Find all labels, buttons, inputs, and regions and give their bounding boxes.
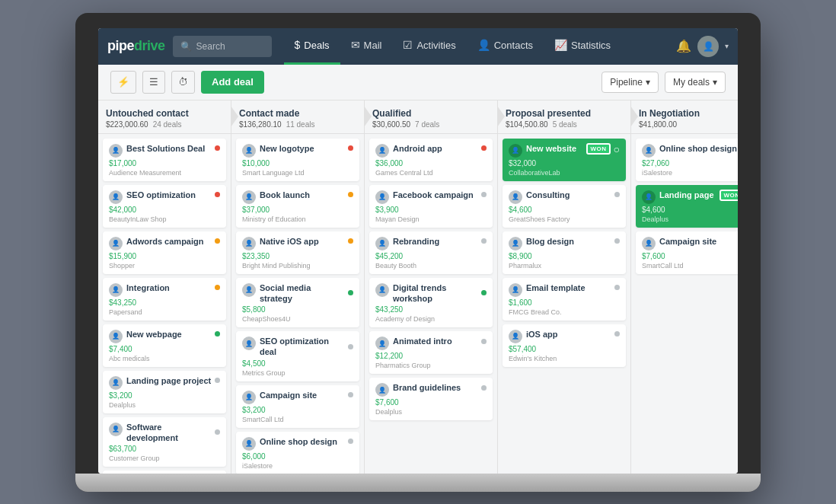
column-in-negotiation-body: 👤Online shop design $27,060 iSalestore 👤… bbox=[631, 134, 738, 474]
table-row[interactable]: 👤Email template $1,600 FMCG Bread Co. bbox=[503, 278, 626, 321]
avatar: 👤 bbox=[375, 144, 389, 158]
avatar: 👤 bbox=[242, 237, 256, 250]
column-untouched-count: 24 deals bbox=[153, 120, 182, 129]
avatar: 👤 bbox=[109, 283, 123, 297]
table-row[interactable]: 👤Facebook campaign $3,900 Mayan Design bbox=[369, 185, 493, 228]
table-row[interactable]: 👤iOS app $57,400 Edwin's Kitchen bbox=[503, 324, 626, 367]
table-row[interactable]: 👤SEO optimization deal $4,500 Metrics Gr… bbox=[236, 331, 359, 381]
nav-mail-label: Mail bbox=[364, 40, 382, 51]
pipeline-chevron-icon: ▾ bbox=[646, 77, 650, 88]
column-untouched-body: 👤Best Solutions Deal $17,000 Audience Me… bbox=[98, 134, 231, 474]
table-row[interactable]: 👤Blog design $8,900 Pharmalux bbox=[503, 231, 626, 274]
status-badge bbox=[215, 192, 220, 197]
column-untouched-header: Untouched contact $223,000.60 24 deals bbox=[98, 100, 231, 134]
filter-icon-button[interactable]: ⚡ bbox=[110, 71, 136, 94]
table-row[interactable]: 👤Social media strategy $5,800 CheapShoes… bbox=[236, 278, 359, 328]
avatar: 👤 bbox=[509, 144, 522, 158]
table-row[interactable]: 👤Campaign site $7,600 SmartCall Ltd bbox=[636, 231, 738, 274]
table-row[interactable]: 👤Rebranding $45,200 Beauty Booth bbox=[369, 231, 493, 274]
table-row[interactable]: 👤Digital trends workshop $43,250 Academy… bbox=[369, 278, 493, 328]
column-proposal: Proposal presented $104,500.80 5 deals 👤… bbox=[498, 100, 631, 474]
table-row[interactable]: 👤Campaign site $3,200 SmartCall Ltd bbox=[236, 385, 359, 428]
table-row[interactable]: 👤 Landing page WON ○ $4,600 Dealplus bbox=[636, 185, 738, 228]
table-row[interactable]: 👤 New website WON ○ $32,000 Collaborativ… bbox=[503, 139, 626, 181]
table-row[interactable]: 👤New logotype $10,000 Smart Language Ltd bbox=[236, 139, 359, 181]
table-row[interactable]: 👤Native iOS app $23,350 Bright Mind Publ… bbox=[236, 231, 359, 274]
my-deals-chevron-icon: ▾ bbox=[713, 77, 717, 88]
history-button[interactable]: ⏱ bbox=[171, 71, 195, 94]
avatar: 👤 bbox=[375, 337, 389, 350]
avatar: 👤 bbox=[642, 190, 656, 204]
table-row[interactable]: 👤Android app $36,000 Games Central Ltd bbox=[369, 139, 493, 181]
column-contact-made-title: Contact made bbox=[239, 108, 356, 119]
column-in-negotiation-header: In Negotiation $41,800.00 bbox=[631, 100, 738, 134]
pipeline-label: Pipeline bbox=[610, 77, 643, 88]
table-row[interactable]: 👤Book launch $37,000 Ministry of Educati… bbox=[236, 185, 359, 228]
status-badge bbox=[614, 192, 620, 197]
nav-deals[interactable]: $ Deals bbox=[284, 28, 340, 65]
app-logo: pipedrive bbox=[107, 38, 165, 54]
avatar: 👤 bbox=[642, 144, 656, 158]
user-menu-chevron-icon[interactable]: ▾ bbox=[725, 42, 729, 50]
avatar: 👤 bbox=[509, 330, 522, 343]
nav-statistics[interactable]: 📈 Statistics bbox=[544, 28, 621, 65]
status-badge bbox=[348, 439, 353, 444]
table-row[interactable]: 👤Software development $63,700 Customer G… bbox=[103, 417, 226, 467]
avatar: 👤 bbox=[509, 190, 522, 204]
table-row[interactable]: 👤Adwords campaign $15,900 Shopper bbox=[103, 231, 226, 274]
status-badge bbox=[215, 429, 220, 435]
user-avatar[interactable]: 👤 bbox=[697, 36, 719, 57]
my-deals-label: My deals bbox=[673, 77, 710, 88]
table-row[interactable]: 👤SEO optimization $42,000 BeautyInLaw Sh… bbox=[103, 185, 226, 228]
nav-mail[interactable]: ✉ Mail bbox=[340, 28, 393, 65]
status-badge bbox=[481, 385, 487, 391]
table-row[interactable]: 👤Shopping cart $11,000 Shopper bbox=[103, 471, 226, 473]
table-row[interactable]: 👤Online shop design $27,060 iSalestore bbox=[636, 139, 738, 181]
status-badge bbox=[215, 145, 220, 151]
table-row[interactable]: 👤Integration $43,250 Papersand bbox=[103, 278, 226, 321]
column-in-negotiation: In Negotiation $41,800.00 👤Online shop d… bbox=[631, 100, 738, 474]
toolbar-right: Pipeline ▾ My deals ▾ bbox=[601, 72, 726, 93]
column-qualified-amount: $30,600.50 bbox=[372, 120, 410, 129]
notification-bell-icon[interactable]: 🔔 bbox=[676, 39, 691, 53]
column-qualified-header: Qualified $30,600.50 7 deals bbox=[365, 100, 497, 134]
won-badge: WON bbox=[586, 143, 610, 155]
status-badge bbox=[614, 285, 620, 290]
status-badge bbox=[348, 238, 353, 244]
avatar: 👤 bbox=[109, 376, 123, 390]
nav-contacts-label: Contacts bbox=[494, 40, 533, 51]
add-deal-button[interactable]: Add deal bbox=[201, 71, 264, 94]
avatar: 👤 bbox=[242, 391, 256, 404]
status-badge bbox=[215, 238, 220, 244]
table-row[interactable]: 👤Animated intro $12,200 Pharmatics Group bbox=[369, 331, 493, 374]
nav-contacts[interactable]: 👤 Contacts bbox=[467, 28, 544, 65]
status-badge bbox=[348, 192, 353, 197]
search-icon: 🔍 bbox=[180, 41, 192, 52]
pipeline-dropdown[interactable]: Pipeline ▾ bbox=[601, 72, 659, 93]
status-badge bbox=[215, 331, 220, 337]
status-badge bbox=[348, 392, 353, 397]
mail-icon: ✉ bbox=[351, 39, 360, 51]
table-row[interactable]: 👤Online shop design $6,000 iSalestore bbox=[236, 432, 359, 474]
status-badge bbox=[215, 378, 220, 383]
list-view-button[interactable]: ☰ bbox=[142, 71, 165, 94]
table-row[interactable]: 👤Brand guidelines $7,600 Dealplus bbox=[369, 378, 493, 420]
nav-activities[interactable]: ☑ Activities bbox=[392, 28, 466, 65]
avatar: 👤 bbox=[642, 237, 656, 250]
column-contact-made-body: 👤New logotype $10,000 Smart Language Ltd… bbox=[231, 134, 364, 474]
avatar: 👤 bbox=[109, 423, 123, 436]
my-deals-dropdown[interactable]: My deals ▾ bbox=[665, 72, 726, 93]
column-proposal-header: Proposal presented $104,500.80 5 deals bbox=[498, 100, 630, 134]
search-box[interactable]: 🔍 Search bbox=[173, 36, 272, 57]
column-in-negotiation-title: In Negotiation bbox=[639, 108, 738, 119]
table-row[interactable]: 👤Consulting $4,600 GreatShoes Factory bbox=[503, 185, 626, 228]
table-row[interactable]: 👤New webpage $7,400 Abc medicals bbox=[103, 324, 226, 367]
table-row[interactable]: 👤Landing page project $3,200 Dealplus bbox=[103, 371, 226, 413]
statistics-icon: 📈 bbox=[554, 39, 567, 51]
table-row[interactable]: 👤Best Solutions Deal $17,000 Audience Me… bbox=[103, 139, 226, 181]
avatar: 👤 bbox=[109, 237, 123, 250]
avatar: 👤 bbox=[242, 337, 256, 350]
status-badge bbox=[481, 238, 487, 244]
status-badge bbox=[215, 285, 220, 290]
avatar: 👤 bbox=[375, 237, 389, 250]
